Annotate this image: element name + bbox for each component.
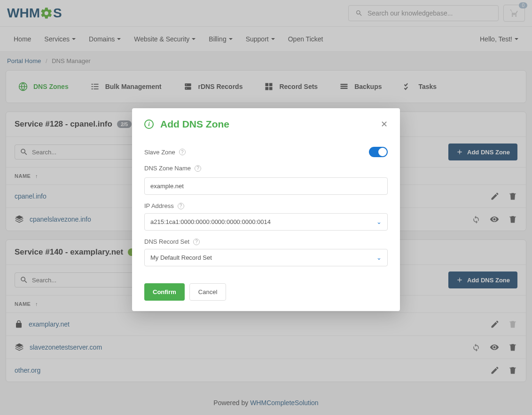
dns-zone-name-input[interactable] <box>144 177 388 195</box>
help-icon[interactable]: ? <box>193 239 200 245</box>
chevron-down-icon: ⌄ <box>376 254 382 261</box>
chevron-down-icon: ⌄ <box>376 218 382 225</box>
slave-zone-toggle[interactable] <box>369 147 388 157</box>
info-icon: i <box>144 120 154 129</box>
cancel-button[interactable]: Cancel <box>189 283 226 301</box>
help-icon[interactable]: ? <box>178 203 184 209</box>
close-icon[interactable]: ✕ <box>381 119 388 129</box>
modal-title: Add DNS Zone <box>160 119 229 130</box>
help-icon[interactable]: ? <box>179 149 186 155</box>
dns-record-set-label: DNS Record Set <box>144 238 189 245</box>
help-icon[interactable]: ? <box>195 165 201 172</box>
dns-record-set-select[interactable]: My Default Record Set ⌄ <box>144 249 388 266</box>
confirm-button[interactable]: Confirm <box>144 283 185 301</box>
ip-address-select[interactable]: a215:1ca1:0000:0000:0000:0000:0000:0014 … <box>144 213 388 231</box>
add-dns-zone-modal: i Add DNS Zone ✕ Slave Zone ? DNS Zone N… <box>132 108 400 311</box>
slave-zone-label: Slave Zone <box>144 149 175 156</box>
dns-zone-name-label: DNS Zone Name <box>144 165 191 172</box>
ip-address-label: IP Address <box>144 202 174 209</box>
